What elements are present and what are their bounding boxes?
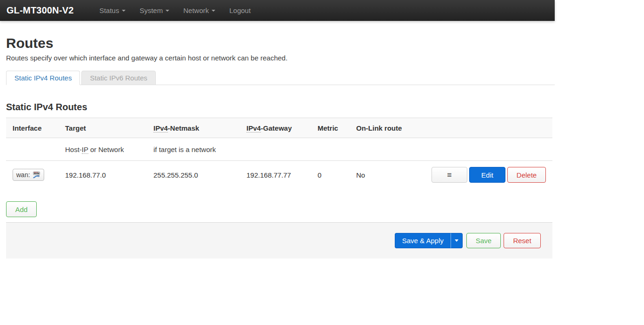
static-ipv4-routes-table: Interface Target IPv4-Netmask IPv4-Gatew… [6,118,552,189]
footer-action-bar: Save & Apply Save Reset [6,222,552,259]
nav-item-logout[interactable]: Logout [222,0,258,21]
column-header-interface: Interface [6,124,59,132]
caret-down-icon [455,239,458,242]
caret-down-icon [122,10,126,12]
navbar: GL-MT300N-V2 Status System Network Logou… [0,0,555,21]
caret-down-icon [212,10,215,12]
column-header-onlink-route: On-Link route [350,124,419,132]
tab-static-ipv4-routes[interactable]: Static IPv4 Routes [6,71,80,85]
page-title: Routes [6,35,552,51]
cell-gateway: 192.168.77.77 [240,171,311,179]
nav-item-label: Network [183,7,209,14]
cell-onlink-route: No [350,171,419,179]
column-header-gateway: IPv4-Gateway [240,124,311,132]
table-header-row: Interface Target IPv4-Netmask IPv4-Gatew… [6,118,552,138]
nav-item-label: Logout [229,7,251,14]
section-title: Static IPv4 Routes [6,102,552,113]
column-header-target: Target [59,124,147,132]
save-apply-dropdown-button[interactable] [451,233,463,248]
abbr-ip: IP [82,146,88,154]
cell-netmask: 255.255.255.0 [147,171,240,179]
column-header-netmask: IPv4-Netmask [147,124,240,132]
add-button[interactable]: Add [6,201,37,217]
save-apply-split-button: Save & Apply [395,233,463,248]
cell-target: 192.168.77.0 [59,171,147,179]
cell-metric: 0 [311,171,350,179]
page: GL-MT300N-V2 Status System Network Logou… [0,0,555,259]
delete-button[interactable]: Delete [507,167,546,183]
reset-button[interactable]: Reset [504,233,541,248]
row-sort-button[interactable]: ≡ [432,167,467,183]
nav-item-label: Status [100,7,120,14]
cell-interface: wan: [6,169,59,181]
table-hint-row: Host-IP or Network if target is a networ… [6,138,552,161]
hint-target: Host-IP or Network [59,146,147,153]
tab-static-ipv6-routes[interactable]: Static IPv6 Routes [81,71,155,85]
save-button[interactable]: Save [466,233,501,248]
ethernet-switch-icon [33,171,40,179]
nav-item-network[interactable]: Network [176,0,222,21]
hint-netmask: if target is a network [147,146,240,153]
caret-down-icon [166,10,169,12]
column-header-metric: Metric [311,124,350,132]
save-apply-button[interactable]: Save & Apply [395,233,451,248]
edit-button[interactable]: Edit [469,167,505,183]
abbr-ipv4: IPv4 [246,124,261,133]
table-row: wan: [6,161,552,189]
tab-bar: Static IPv4 Routes Static IPv6 Routes [6,71,555,85]
nav-item-label: System [139,7,163,14]
page-description: Routes specify over which interface and … [6,54,552,62]
nav-menu: Status System Network Logout [93,0,258,21]
abbr-ipv4: IPv4 [153,124,168,133]
interface-badge-wan: wan: [13,169,44,181]
brand-logo[interactable]: GL-MT300N-V2 [0,5,83,16]
cell-row-actions: ≡ Edit Delete [419,167,552,183]
interface-badge-label: wan: [16,171,30,179]
nav-item-system[interactable]: System [133,0,176,21]
nav-item-status[interactable]: Status [93,0,133,21]
drag-handle-icon: ≡ [447,171,452,179]
